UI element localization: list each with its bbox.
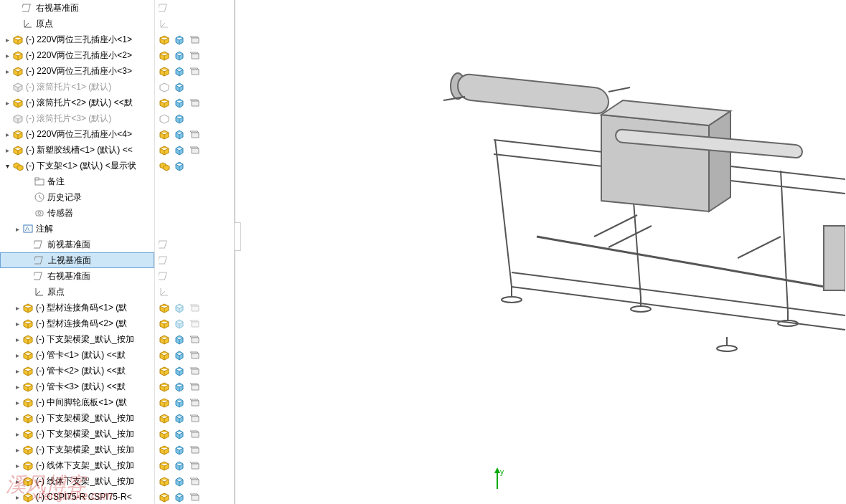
plane-g-icon[interactable] [158, 238, 171, 251]
3d-viewport[interactable]: y [234, 0, 846, 504]
part-icon[interactable] [158, 128, 171, 141]
plane-g-icon[interactable] [158, 254, 171, 267]
part-icon[interactable] [158, 380, 171, 393]
part-icon[interactable] [158, 396, 171, 409]
part-icon[interactable] [158, 348, 171, 361]
cube-icon[interactable] [173, 475, 186, 488]
cube-icon[interactable] [173, 348, 186, 361]
part-gl-icon[interactable] [158, 80, 171, 93]
part-gl-icon[interactable] [158, 112, 171, 125]
chevron-right-icon[interactable]: ▸ [13, 430, 22, 438]
sheet-icon[interactable] [188, 364, 201, 377]
tree-item[interactable]: 右视基准面 [0, 268, 154, 284]
part-icon[interactable] [158, 65, 171, 77]
sheet-icon[interactable] [188, 96, 201, 109]
part-icon[interactable] [158, 364, 171, 377]
sheet-icon[interactable] [188, 443, 201, 456]
chevron-right-icon[interactable]: ▸ [13, 336, 22, 343]
sheet-icon[interactable] [188, 459, 201, 472]
cube-icon[interactable] [173, 80, 186, 93]
tree-item[interactable]: ▸(-) 型材连接角码<2> (默 [0, 315, 154, 331]
tree-item[interactable]: ▸(-) 管卡<2> (默认) <<默 [0, 363, 154, 379]
sheet-icon[interactable] [188, 65, 201, 77]
tree-item[interactable]: (-) 滚筒托片<1> (默认) [0, 79, 154, 95]
chevron-right-icon[interactable]: ▸ [13, 304, 22, 312]
cube-t-icon[interactable] [173, 317, 186, 330]
tree-item[interactable]: ▸(-) 型材连接角码<1> (默 [0, 300, 154, 315]
tree-item[interactable]: ▸(-) 下支架横梁_默认_按加 [0, 331, 154, 347]
tree-item[interactable]: ▸(-) 滚筒托片<2> (默认) <<默 [0, 95, 154, 110]
chevron-right-icon[interactable]: ▸ [3, 99, 11, 107]
cube-icon[interactable] [173, 33, 186, 46]
part-icon[interactable] [158, 143, 171, 156]
sheet-icon[interactable] [188, 348, 201, 361]
part-icon[interactable] [158, 412, 171, 424]
chevron-right-icon[interactable]: ▸ [13, 320, 22, 328]
chevron-right-icon[interactable]: ▸ [3, 130, 11, 138]
chevron-right-icon[interactable]: ▸ [13, 225, 22, 233]
tree-item[interactable]: ▸(-) 下支架横梁_默认_按加 [0, 410, 154, 426]
chevron-right-icon[interactable]: ▸ [13, 414, 22, 422]
sheet-t-icon[interactable] [188, 317, 201, 330]
chevron-down-icon[interactable]: ▾ [3, 162, 11, 170]
part-icon[interactable] [158, 490, 171, 503]
cube-icon[interactable] [173, 65, 186, 77]
tree-item[interactable]: 原点 [0, 16, 154, 32]
part-icon[interactable] [158, 443, 171, 456]
origin-g-icon[interactable] [158, 17, 171, 30]
chevron-right-icon[interactable]: ▸ [3, 36, 11, 44]
tree-item[interactable]: 历史记录 [0, 189, 154, 205]
sheet-icon[interactable] [188, 396, 201, 409]
chevron-right-icon[interactable]: ▸ [13, 446, 22, 454]
cube-icon[interactable] [173, 459, 186, 472]
cube-icon[interactable] [173, 380, 186, 393]
cube-icon[interactable] [173, 159, 186, 172]
tree-item[interactable]: ▸(-) 新塑胶线槽<1> (默认) << [0, 142, 154, 158]
cube-icon[interactable] [173, 49, 186, 62]
tree-item[interactable]: 右视基准面 [0, 0, 154, 16]
chevron-right-icon[interactable]: ▸ [13, 462, 22, 470]
chevron-right-icon[interactable]: ▸ [13, 399, 22, 406]
tree-item[interactable]: ▸(-) 220V两位三孔插座小<2> [0, 47, 154, 63]
tree-item[interactable]: (-) 滚筒托片<3> (默认) [0, 110, 154, 126]
sheet-icon[interactable] [188, 33, 201, 46]
tree-item[interactable]: ▸(-) 中间脚轮底板<1> (默 [0, 394, 154, 410]
tree-item[interactable]: ▸(-) 下支架横梁_默认_按加 [0, 426, 154, 442]
part-icon[interactable] [158, 459, 171, 472]
tree-item[interactable]: 备注 [0, 173, 154, 189]
sheet-icon[interactable] [188, 380, 201, 393]
tree-item[interactable]: ▸(-) 管卡<3> (默认) <<默 [0, 379, 154, 394]
tree-item[interactable]: 前视基准面 [0, 237, 154, 252]
tree-item[interactable]: ▸(-) 下支架横梁_默认_按加 [0, 442, 154, 457]
cube-icon[interactable] [173, 333, 186, 346]
cube-icon[interactable] [173, 128, 186, 141]
cube-icon[interactable] [173, 443, 186, 456]
sheet-icon[interactable] [188, 333, 201, 346]
panel-splitter[interactable] [234, 222, 241, 251]
tree-item[interactable]: 上视基准面 [0, 252, 154, 268]
chevron-right-icon[interactable]: ▸ [3, 67, 11, 75]
tree-item[interactable]: 原点 [0, 284, 154, 300]
sheet-icon[interactable] [188, 490, 201, 503]
part-icon[interactable] [158, 301, 171, 314]
sheet-icon[interactable] [188, 49, 201, 62]
cube-icon[interactable] [173, 112, 186, 125]
tree-item[interactable]: ▾(-) 下支架<1> (默认) <显示状 [0, 158, 154, 173]
part-icon[interactable] [158, 333, 171, 346]
cube-icon[interactable] [173, 364, 186, 377]
cube-t-icon[interactable] [173, 301, 186, 314]
chevron-right-icon[interactable]: ▸ [3, 52, 11, 60]
cube-icon[interactable] [173, 490, 186, 503]
asm-icon[interactable] [158, 159, 171, 172]
chevron-right-icon[interactable]: ▸ [3, 146, 11, 154]
cube-icon[interactable] [173, 96, 186, 109]
part-icon[interactable] [158, 96, 171, 109]
tree-item[interactable]: ▸(-) 220V两位三孔插座小<4> [0, 126, 154, 142]
sheet-icon[interactable] [188, 427, 201, 440]
plane-g-icon[interactable] [158, 270, 171, 282]
cube-icon[interactable] [173, 427, 186, 440]
sheet-icon[interactable] [188, 475, 201, 488]
part-icon[interactable] [158, 33, 171, 46]
tree-item[interactable]: ▸(-) 220V两位三孔插座小<3> [0, 63, 154, 79]
tree-item[interactable]: ▸A注解 [0, 221, 154, 237]
